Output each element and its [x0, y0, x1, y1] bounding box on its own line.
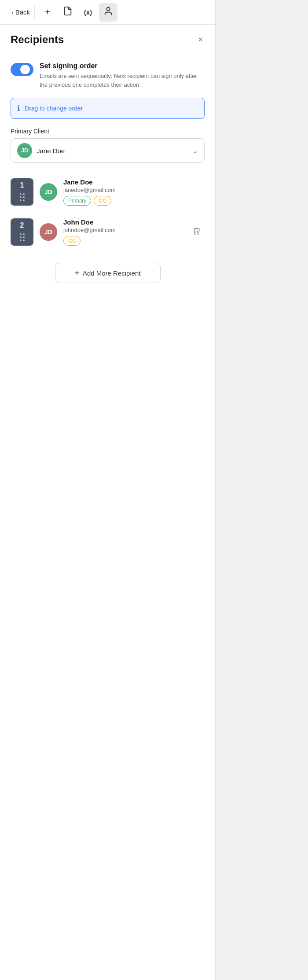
- dot: [23, 236, 25, 238]
- order-number-1: 1: [20, 182, 24, 189]
- toggle-row: Set signing order Emails are sent sequen…: [11, 62, 205, 89]
- badge-primary: Primary: [63, 196, 91, 206]
- badge-cc-1: CC: [94, 196, 111, 206]
- close-icon: ×: [198, 35, 203, 44]
- recipient-avatar-wrap-2: JD: [40, 223, 57, 241]
- table-row: 2 JD John Doe: [11, 212, 205, 252]
- recipient-badges-2: CC: [63, 236, 189, 246]
- drag-handle-2[interactable]: [20, 232, 25, 242]
- dot: [23, 196, 25, 198]
- info-icon: ℹ: [17, 103, 20, 113]
- recipient-name-1: Jane Doe: [63, 178, 205, 186]
- dot: [20, 199, 22, 201]
- dot: [20, 236, 22, 238]
- signing-order-section: Set signing order Emails are sent sequen…: [11, 62, 205, 89]
- primary-client-name: Jane Doe: [37, 147, 188, 155]
- back-button[interactable]: ‹ Back: [7, 6, 35, 18]
- add-recipient-button[interactable]: + Add More Recipient: [55, 263, 161, 283]
- top-navigation: ‹ Back + (x): [0, 0, 215, 25]
- primary-client-avatar: JD: [17, 143, 32, 158]
- dot: [20, 233, 22, 235]
- signing-order-label: Set signing order: [40, 62, 205, 70]
- add-icon-button[interactable]: +: [38, 3, 57, 22]
- primary-client-label: Primary Client: [11, 128, 205, 135]
- dot: [20, 193, 22, 195]
- document-icon-button[interactable]: [59, 3, 77, 22]
- right-area: [216, 0, 308, 980]
- dot: [23, 239, 25, 241]
- close-button[interactable]: ×: [196, 34, 205, 45]
- panel-title: Recipients: [11, 33, 64, 46]
- drag-notice-text: Drag to change order: [25, 105, 83, 112]
- dot: [20, 196, 22, 198]
- formula-icon: (x): [84, 8, 92, 16]
- table-row: 1 JD Jane Doe: [11, 172, 205, 212]
- recipient-email-1: janedoe@gmail.com: [63, 187, 205, 193]
- toolbar: + (x): [38, 3, 117, 22]
- recipient-badges-1: Primary CC: [63, 196, 205, 206]
- signing-order-description: Emails are sent sequentially: Next recip…: [40, 72, 205, 89]
- toggle-label-group: Set signing order Emails are sent sequen…: [40, 62, 205, 89]
- order-number-2: 2: [20, 222, 24, 229]
- person-icon-button[interactable]: [99, 3, 117, 22]
- formula-icon-button[interactable]: (x): [79, 3, 97, 22]
- dot: [20, 239, 22, 241]
- primary-client-select[interactable]: JD Jane Doe ⌄: [11, 138, 205, 163]
- primary-client-section: Primary Client JD Jane Doe ⌄: [11, 128, 205, 163]
- dot: [23, 193, 25, 195]
- back-chevron-icon: ‹: [11, 9, 14, 16]
- order-block-1[interactable]: 1: [11, 178, 33, 206]
- drag-notice: ℹ Drag to change order: [11, 98, 205, 119]
- panel-header: Recipients ×: [0, 25, 215, 53]
- back-label: Back: [15, 8, 30, 16]
- delete-recipient-2-button[interactable]: [189, 225, 205, 239]
- panel-content: Set signing order Emails are sent sequen…: [0, 53, 215, 292]
- add-recipient-label: Add More Recipient: [83, 269, 141, 277]
- chevron-down-icon: ⌄: [192, 147, 198, 155]
- recipients-list: 1 JD Jane Doe: [11, 172, 205, 252]
- recipient-avatar-2: JD: [40, 223, 57, 241]
- document-icon: [63, 6, 73, 18]
- recipient-info-2: John Doe johndoe@gmail.com CC: [63, 218, 189, 246]
- recipient-avatar-wrap-1: JD: [40, 183, 57, 201]
- recipient-avatar-1: JD: [40, 183, 57, 201]
- trash-icon: [192, 227, 201, 236]
- recipient-info-1: Jane Doe janedoe@gmail.com Primary CC: [63, 178, 205, 206]
- recipient-name-2: John Doe: [63, 218, 189, 226]
- signing-order-toggle[interactable]: [11, 63, 33, 76]
- dot: [23, 233, 25, 235]
- toggle-slider: [11, 63, 33, 76]
- dot: [23, 199, 25, 201]
- person-icon: [103, 6, 113, 18]
- drag-handle-1[interactable]: [20, 192, 25, 202]
- svg-point-0: [106, 7, 110, 11]
- add-plus-icon: +: [74, 269, 79, 277]
- order-block-2[interactable]: 2: [11, 218, 33, 246]
- badge-cc-2: CC: [63, 236, 81, 246]
- primary-client-initials: JD: [21, 147, 28, 154]
- recipient-email-2: johndoe@gmail.com: [63, 227, 189, 233]
- plus-icon: +: [45, 7, 50, 17]
